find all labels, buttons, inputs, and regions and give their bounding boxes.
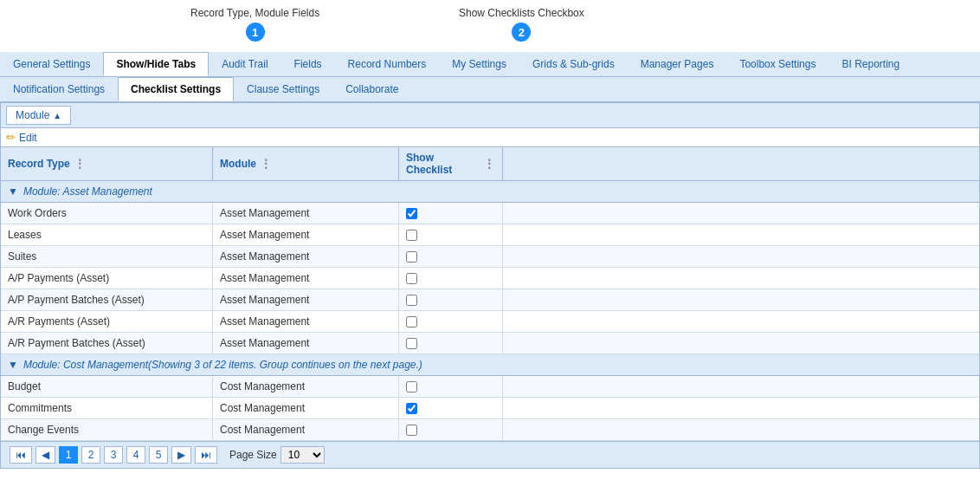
cell-recordtype: Work Orders — [1, 203, 213, 224]
table-row: A/R Payments (Asset) Asset Management — [1, 311, 979, 333]
tab-tab-notification[interactable]: Notification Settings — [0, 77, 118, 101]
cell-extra — [503, 203, 979, 224]
cell-showchecklist — [399, 398, 503, 418]
cell-showchecklist — [399, 203, 503, 224]
page-size-select[interactable]: 102050100 — [280, 446, 325, 464]
tab-tab-grids[interactable]: Grids & Sub-grids — [519, 52, 628, 76]
col-recordtype-label: Record Type — [8, 158, 70, 170]
cell-showchecklist — [399, 419, 503, 440]
annotation-2-badge: 2 — [512, 23, 531, 42]
cell-extra — [503, 268, 979, 289]
cell-showchecklist — [399, 268, 503, 289]
checklist-checkbox[interactable] — [406, 251, 417, 263]
col-header-recordtype: Record Type ⋮ — [1, 147, 213, 180]
tab-tab-audit[interactable]: Audit Trail — [209, 52, 280, 76]
pagination-page-button[interactable]: 3 — [104, 446, 123, 464]
col-showchecklist-label: Show Checklist — [406, 152, 480, 176]
table-row: A/P Payment Batches (Asset) Asset Manage… — [1, 289, 979, 311]
pagination-next-button[interactable]: ▶ — [171, 446, 191, 464]
tab-tab-toolbox[interactable]: Toolbox Settings — [726, 52, 828, 76]
cell-showchecklist — [399, 289, 503, 310]
edit-label: Edit — [19, 132, 37, 144]
table-row: Commitments Cost Management — [1, 398, 979, 419]
cell-extra — [503, 246, 979, 267]
pagination-prev-button[interactable]: ◀ — [35, 446, 55, 464]
table-row: Work Orders Asset Management — [1, 203, 979, 224]
cell-extra — [503, 333, 979, 354]
annotation-1-badge: 1 — [246, 23, 265, 42]
table-row: Leases Asset Management — [1, 224, 979, 246]
checklist-checkbox[interactable] — [406, 338, 417, 349]
module-sort-button[interactable]: Module ▲ — [6, 106, 71, 125]
checklist-checkbox[interactable] — [406, 316, 417, 328]
cell-showchecklist — [399, 224, 503, 245]
group-header-label: Module: Cost Management(Showing 3 of 22 … — [23, 359, 422, 371]
cell-module: Cost Management — [213, 398, 399, 418]
tab-tab-recordnumbers[interactable]: Record Numbers — [335, 52, 440, 76]
group-header-label: Module: Asset Management — [23, 185, 152, 198]
pagination-page-button[interactable]: 2 — [81, 446, 100, 464]
col-header-module: Module ⋮ — [213, 147, 399, 180]
annotation-2: Show Checklists Checkbox 2 — [459, 7, 584, 42]
pagination-last-button[interactable]: ⏭ — [195, 446, 217, 464]
tabs-row1: General SettingsShow/Hide TabsAudit Trai… — [0, 52, 980, 77]
group-collapse-icon[interactable]: ▼ — [8, 185, 18, 198]
tab-tab-manager[interactable]: Manager Pages — [628, 52, 727, 76]
group-header-group-cost: ▼ Module: Cost Management(Showing 3 of 2… — [1, 354, 979, 376]
cell-module: Asset Management — [213, 203, 399, 224]
table-row: Budget Cost Management — [1, 376, 979, 398]
tab-tab-mysettings[interactable]: My Settings — [439, 52, 519, 76]
tabs-row2: Notification SettingsChecklist SettingsC… — [0, 77, 980, 102]
table-row: Suites Asset Management — [1, 246, 979, 268]
group-collapse-icon[interactable]: ▼ — [8, 359, 18, 371]
checklist-checkbox[interactable] — [406, 295, 417, 306]
col-recordtype-menu-icon[interactable]: ⋮ — [74, 157, 86, 171]
tab-tab-showhide[interactable]: Show/Hide Tabs — [103, 52, 209, 76]
cell-module: Asset Management — [213, 268, 399, 289]
edit-bar: ✏ Edit — [1, 128, 979, 147]
tab-tab-clause[interactable]: Clause Settings — [234, 77, 332, 101]
pagination-page-button[interactable]: 4 — [126, 446, 145, 464]
cell-showchecklist — [399, 246, 503, 267]
cell-extra — [503, 376, 979, 397]
cell-extra — [503, 398, 979, 418]
cell-extra — [503, 289, 979, 310]
tab-tab-fields[interactable]: Fields — [281, 52, 335, 76]
table-row: A/R Payment Batches (Asset) Asset Manage… — [1, 333, 979, 354]
tab-tab-bi[interactable]: BI Reporting — [828, 52, 912, 76]
cell-recordtype: Commitments — [1, 398, 213, 418]
cell-module: Cost Management — [213, 376, 399, 397]
cell-module: Asset Management — [213, 289, 399, 310]
checklist-checkbox[interactable] — [406, 425, 417, 436]
sort-arrow-icon: ▲ — [53, 111, 61, 120]
table-row: A/P Payments (Asset) Asset Management — [1, 268, 979, 289]
checklist-checkbox[interactable] — [406, 230, 417, 241]
checklist-checkbox[interactable] — [406, 273, 417, 284]
pagination-first-button[interactable]: ⏮ — [10, 446, 32, 464]
pencil-icon: ✏ — [6, 131, 16, 144]
cell-module: Asset Management — [213, 333, 399, 354]
pagination-page-button[interactable]: 1 — [59, 446, 78, 464]
col-module-menu-icon[interactable]: ⋮ — [260, 157, 272, 171]
col-showchecklist-menu-icon[interactable]: ⋮ — [483, 157, 495, 171]
pagination-page-button[interactable]: 5 — [149, 446, 168, 464]
module-sort-label: Module — [16, 109, 49, 121]
cell-recordtype: A/P Payments (Asset) — [1, 268, 213, 289]
cell-recordtype: Suites — [1, 246, 213, 267]
edit-button[interactable]: ✏ Edit — [6, 131, 37, 144]
tab-tab-collaborate[interactable]: Collaborate — [332, 77, 411, 101]
cell-module: Asset Management — [213, 246, 399, 267]
col-header-showchecklist: Show Checklist ⋮ — [399, 147, 503, 180]
cell-extra — [503, 311, 979, 332]
checklist-checkbox[interactable] — [406, 208, 417, 219]
tab-tab-general[interactable]: General Settings — [0, 52, 103, 76]
annotation-1-label: Record Type, Module Fields — [190, 7, 319, 19]
tab-tab-checklist[interactable]: Checklist Settings — [118, 77, 234, 101]
table-row: Change Events Cost Management — [1, 419, 979, 441]
checklist-checkbox[interactable] — [406, 403, 417, 414]
checklist-checkbox[interactable] — [406, 381, 417, 392]
cell-showchecklist — [399, 333, 503, 354]
col-module-label: Module — [220, 158, 256, 170]
cell-module: Asset Management — [213, 224, 399, 245]
module-sort-bar: Module ▲ — [1, 103, 979, 128]
